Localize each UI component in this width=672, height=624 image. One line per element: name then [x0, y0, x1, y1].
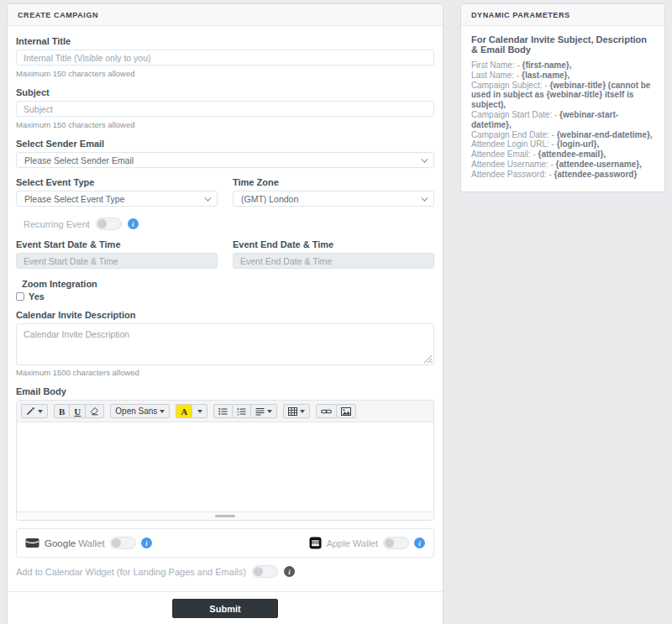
- internal-title-group: Internal Title Maximum 150 characters al…: [16, 36, 434, 78]
- sender-email-select[interactable]: Please Select Sender Email: [16, 152, 434, 168]
- param-line: Attendee Email: - {attendee-email},: [471, 149, 654, 160]
- zoom-integration-label: Zoom Integration: [16, 279, 434, 289]
- google-wallet-item: Google Wallet i: [25, 537, 152, 549]
- table-button[interactable]: [283, 404, 310, 418]
- google-wallet-brand: Google: [45, 538, 76, 548]
- email-editor-statusbar: [17, 511, 433, 520]
- event-end-label: Event End Date & Time: [233, 239, 434, 249]
- email-body-label: Email Body: [16, 386, 434, 396]
- event-start-input[interactable]: [16, 253, 218, 269]
- email-body-editor: B U Open Sans: [16, 400, 434, 521]
- google-wallet-toggle[interactable]: [110, 537, 136, 549]
- font-color-caret-button[interactable]: [192, 404, 207, 418]
- clear-format-button[interactable]: [85, 404, 104, 418]
- caret-down-icon: [160, 410, 165, 413]
- panel-title: DYNAMIC PARAMETERS: [461, 4, 664, 26]
- sender-email-selected: Please Select Sender Email: [24, 155, 134, 165]
- style-magic-button[interactable]: [21, 404, 48, 418]
- bold-button[interactable]: B: [54, 404, 70, 418]
- font-color-button[interactable]: A: [176, 404, 192, 418]
- zoom-integration-checkbox-label: Yes: [29, 291, 45, 302]
- info-icon[interactable]: i: [141, 537, 152, 548]
- chevron-down-icon: [421, 155, 428, 162]
- internal-title-helper: Maximum 150 characters allowed: [16, 69, 434, 78]
- submit-button[interactable]: Submit: [172, 599, 278, 618]
- apple-wallet-label: Apple Wallet: [327, 538, 378, 548]
- link-icon: [321, 407, 332, 416]
- event-type-selected: Please Select Event Type: [24, 194, 124, 204]
- google-wallet-word: Wallet: [78, 538, 105, 548]
- subject-input[interactable]: [16, 101, 434, 117]
- ordered-list-icon: [237, 407, 246, 416]
- sender-email-label: Select Sender Email: [16, 139, 434, 149]
- param-line: Attendee Password: - {attendee-password}: [471, 170, 654, 180]
- drag-handle[interactable]: [215, 515, 235, 517]
- caret-down-icon: [300, 410, 305, 413]
- info-icon[interactable]: i: [284, 566, 295, 577]
- font-family-button[interactable]: Open Sans: [110, 404, 170, 418]
- page-layout: CREATE CAMPAIGN Internal Title Maximum 1…: [0, 0, 672, 624]
- param-line: First Name: - {first-name},: [471, 60, 654, 71]
- google-wallet-icon: [25, 537, 39, 548]
- paragraph-icon: [255, 407, 265, 416]
- time-zone-selected: (GMT) London: [241, 194, 298, 204]
- unordered-list-button[interactable]: [213, 404, 233, 418]
- calendar-description-textarea[interactable]: [16, 323, 434, 365]
- recurring-event-row: Recurring Event i: [16, 218, 434, 230]
- picture-icon: [341, 407, 351, 416]
- add-to-calendar-toggle[interactable]: [252, 565, 278, 578]
- param-line: Attendee Login URL: - {login-url},: [471, 139, 654, 149]
- underline-icon: U: [74, 406, 81, 417]
- calendar-description-group: Calendar Invite Description Maximum 1500…: [16, 310, 434, 377]
- font-family-value: Open Sans: [115, 406, 157, 416]
- apple-wallet-item: Apple Wallet i: [309, 537, 425, 549]
- chevron-down-icon: [421, 194, 428, 201]
- subject-helper: Maximum 150 characters allowed: [16, 120, 434, 129]
- internal-title-input[interactable]: [16, 50, 434, 66]
- wallet-options-box: Google Wallet i Apple Wallet i: [16, 528, 434, 558]
- link-button[interactable]: [316, 404, 337, 418]
- eraser-icon: [90, 406, 99, 416]
- email-editor-toolbar: B U Open Sans: [17, 401, 433, 422]
- resize-handle-icon[interactable]: [423, 354, 433, 364]
- time-zone-label: Time Zone: [233, 177, 434, 187]
- bold-icon: B: [59, 406, 65, 417]
- email-body-edit-area[interactable]: [17, 422, 433, 511]
- calendar-description-helper: Maximum 1500 characters allowed: [16, 368, 434, 377]
- picture-button[interactable]: [336, 404, 356, 418]
- add-to-calendar-row: Add to Calendar Widget (for Landing Page…: [16, 565, 434, 578]
- subject-label: Subject: [16, 87, 434, 97]
- event-type-label: Select Event Type: [16, 177, 218, 187]
- create-campaign-panel: CREATE CAMPAIGN Internal Title Maximum 1…: [7, 3, 444, 624]
- unordered-list-icon: [218, 407, 228, 416]
- event-start-label: Event Start Date & Time: [16, 239, 218, 249]
- table-icon: [288, 407, 297, 416]
- param-line: Last Name: - {last-name},: [471, 71, 654, 81]
- event-end-input[interactable]: [233, 253, 434, 269]
- param-line: Campaign Subject: - {webinar-title} (can…: [471, 81, 654, 110]
- sender-email-group: Select Sender Email Please Select Sender…: [16, 139, 434, 168]
- caret-down-icon: [38, 410, 43, 413]
- time-zone-select[interactable]: (GMT) London: [233, 191, 434, 207]
- email-body-group: Email Body B U: [16, 386, 434, 521]
- event-dates-row: Event Start Date & Time Event End Date &…: [16, 239, 434, 269]
- caret-down-icon: [197, 410, 202, 413]
- info-icon[interactable]: i: [414, 537, 425, 548]
- internal-title-label: Internal Title: [16, 36, 434, 46]
- info-icon[interactable]: i: [128, 218, 139, 229]
- apple-wallet-icon: [309, 537, 322, 549]
- apple-wallet-toggle[interactable]: [383, 537, 409, 549]
- panel-title: CREATE CAMPAIGN: [8, 4, 443, 26]
- param-line: Campaign Start Date: - {webinar-start-da…: [471, 110, 654, 130]
- event-type-select[interactable]: Please Select Event Type: [16, 191, 218, 207]
- magic-icon: [26, 406, 35, 416]
- event-type-timezone-row: Select Event Type Please Select Event Ty…: [16, 177, 434, 207]
- underline-button[interactable]: U: [69, 404, 86, 418]
- add-to-calendar-label: Add to Calendar Widget (for Landing Page…: [16, 567, 246, 577]
- chevron-down-icon: [204, 194, 211, 201]
- paragraph-button[interactable]: [250, 404, 277, 418]
- ordered-list-button[interactable]: [232, 404, 251, 418]
- zoom-integration-checkbox[interactable]: [16, 292, 24, 301]
- recurring-event-toggle[interactable]: [96, 218, 122, 230]
- subject-group: Subject Maximum 150 characters allowed: [16, 87, 434, 129]
